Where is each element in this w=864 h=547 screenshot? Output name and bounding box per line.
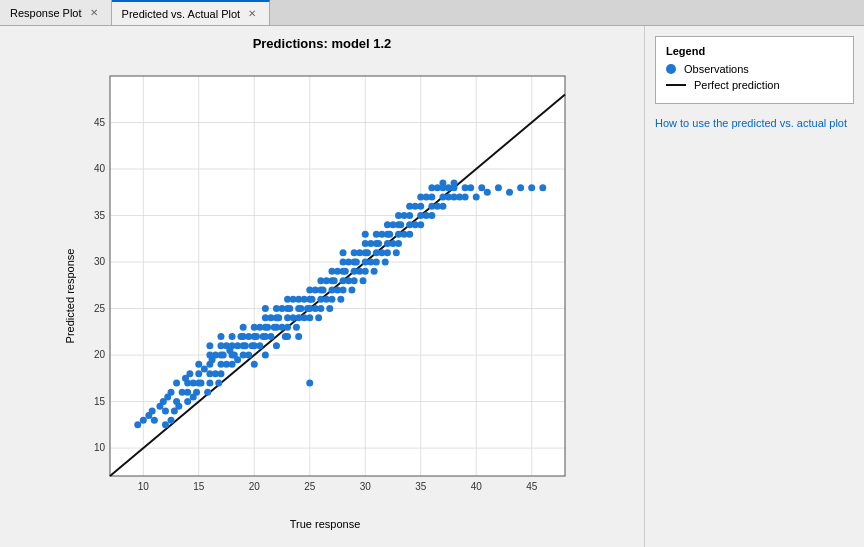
help-link[interactable]: How to use the predicted vs. actual plot — [655, 117, 847, 129]
x-axis-label: True response — [65, 518, 585, 530]
legend-item-observations: Observations — [666, 63, 843, 75]
tab-response-plot-close[interactable]: ✕ — [87, 6, 101, 20]
sidebar: Legend Observations Perfect prediction H… — [644, 26, 864, 547]
tab-response-plot-label: Response Plot — [10, 7, 82, 19]
legend-title: Legend — [666, 45, 843, 57]
legend-box: Legend Observations Perfect prediction — [655, 36, 854, 104]
tab-predicted-actual-close[interactable]: ✕ — [245, 7, 259, 21]
tab-predicted-actual-label: Predicted vs. Actual Plot — [122, 8, 241, 20]
plot-title: Predictions: model 1.2 — [10, 36, 634, 51]
plot-area: Predictions: model 1.2 Predicted respons… — [0, 26, 644, 547]
tab-predicted-actual[interactable]: Predicted vs. Actual Plot ✕ — [112, 0, 271, 25]
perfect-prediction-line-icon — [666, 84, 686, 86]
legend-perfect-label: Perfect prediction — [694, 79, 780, 91]
observation-dot-icon — [666, 64, 676, 74]
legend-item-perfect: Perfect prediction — [666, 79, 843, 91]
tab-response-plot[interactable]: Response Plot ✕ — [0, 0, 112, 25]
legend-observations-label: Observations — [684, 63, 749, 75]
scatter-plot — [65, 61, 585, 511]
tab-bar: Response Plot ✕ Predicted vs. Actual Plo… — [0, 0, 864, 26]
main-content: Predictions: model 1.2 Predicted respons… — [0, 26, 864, 547]
y-axis-label: Predicted response — [64, 248, 76, 343]
